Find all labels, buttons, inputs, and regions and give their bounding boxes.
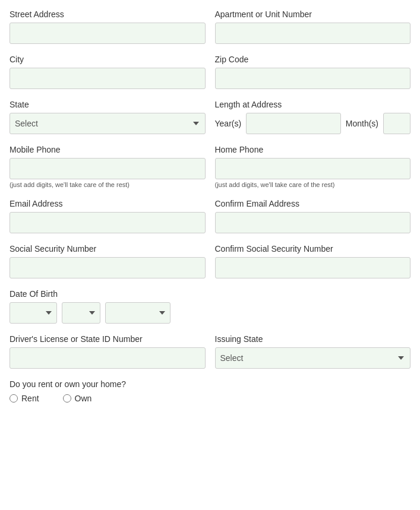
rent-radio[interactable] bbox=[10, 394, 18, 403]
rent-option[interactable]: Rent bbox=[10, 394, 39, 403]
own-radio[interactable] bbox=[63, 394, 71, 403]
months-input[interactable] bbox=[383, 113, 410, 134]
email-input[interactable] bbox=[10, 212, 206, 233]
dob-label: Date Of Birth bbox=[10, 289, 410, 299]
state-length-row: State Select Alabama Alaska Arizona Arka… bbox=[10, 100, 410, 134]
mobile-group: Mobile Phone (just add digits, we'll tak… bbox=[10, 145, 206, 188]
length-label: Length at Address bbox=[215, 100, 411, 109]
dl-input[interactable] bbox=[10, 347, 206, 369]
own-option[interactable]: Own bbox=[63, 394, 92, 403]
years-input[interactable] bbox=[246, 113, 341, 134]
email-label: Email Address bbox=[10, 199, 206, 208]
rent-own-section: Do you rent or own your home? Rent Own bbox=[10, 379, 410, 403]
mobile-input[interactable] bbox=[10, 158, 206, 179]
years-label: Year(s) bbox=[215, 119, 242, 128]
issuing-state-group: Issuing State Select AlabamaAlaskaArizon… bbox=[215, 334, 411, 369]
dob-inputs: 01020304 05060708 09101112 01020304 0506… bbox=[10, 302, 410, 324]
rent-own-label: Do you rent or own your home? bbox=[10, 379, 410, 389]
own-label: Own bbox=[75, 394, 92, 403]
confirm-email-label: Confirm Email Address bbox=[215, 199, 411, 208]
city-label: City bbox=[10, 55, 206, 64]
street-address-label: Street Address bbox=[10, 9, 206, 19]
length-group: Length at Address Year(s) Month(s) bbox=[215, 100, 411, 134]
dob-month-select[interactable]: 01020304 05060708 09101112 bbox=[10, 302, 57, 324]
dl-group: Driver's License or State ID Number bbox=[10, 334, 206, 369]
issuing-state-select[interactable]: Select AlabamaAlaskaArizona ArkansasCali… bbox=[215, 347, 411, 369]
issuing-state-label: Issuing State bbox=[215, 334, 411, 344]
mobile-hint: (just add digits, we'll take care of the… bbox=[10, 181, 206, 188]
home-phone-label: Home Phone bbox=[215, 145, 411, 154]
ssn-label: Social Security Number bbox=[10, 244, 206, 254]
ssn-row: Social Security Number Confirm Social Se… bbox=[10, 244, 410, 278]
ssn-input[interactable] bbox=[10, 257, 206, 278]
apartment-group: Apartment or Unit Number bbox=[215, 9, 411, 44]
ssn-group: Social Security Number bbox=[10, 244, 206, 278]
email-group: Email Address bbox=[10, 199, 206, 233]
dl-row: Driver's License or State ID Number Issu… bbox=[10, 334, 410, 369]
months-label: Month(s) bbox=[346, 119, 378, 128]
home-phone-input[interactable] bbox=[215, 158, 411, 179]
apartment-input[interactable] bbox=[215, 23, 411, 44]
street-address-input[interactable] bbox=[10, 23, 206, 44]
city-zip-row: City Zip Code bbox=[10, 55, 410, 89]
home-phone-group: Home Phone (just add digits, we'll take … bbox=[215, 145, 411, 188]
zip-label: Zip Code bbox=[215, 55, 411, 64]
zip-group: Zip Code bbox=[215, 55, 411, 89]
rent-label: Rent bbox=[21, 394, 39, 403]
rent-own-group: Rent Own bbox=[10, 394, 410, 403]
state-select[interactable]: Select Alabama Alaska Arizona Arkansas C… bbox=[10, 113, 206, 134]
confirm-email-group: Confirm Email Address bbox=[215, 199, 411, 233]
confirm-ssn-label: Confirm Social Security Number bbox=[215, 244, 411, 254]
state-group: State Select Alabama Alaska Arizona Arka… bbox=[10, 100, 206, 134]
email-row: Email Address Confirm Email Address bbox=[10, 199, 410, 233]
address-row: Street Address Apartment or Unit Number bbox=[10, 9, 410, 44]
zip-input[interactable] bbox=[215, 68, 411, 89]
confirm-email-input[interactable] bbox=[215, 212, 411, 233]
confirm-ssn-input[interactable] bbox=[215, 257, 411, 278]
home-hint: (just add digits, we'll take care of the… bbox=[215, 181, 411, 188]
dl-label: Driver's License or State ID Number bbox=[10, 334, 206, 344]
city-input[interactable] bbox=[10, 68, 206, 89]
apartment-label: Apartment or Unit Number bbox=[215, 9, 411, 19]
state-label: State bbox=[10, 100, 206, 109]
street-address-group: Street Address bbox=[10, 9, 206, 44]
phone-row: Mobile Phone (just add digits, we'll tak… bbox=[10, 145, 410, 188]
length-inputs: Year(s) Month(s) bbox=[215, 113, 411, 134]
dob-day-select[interactable]: 01020304 05060708 09101112 13141516 1718… bbox=[62, 302, 100, 324]
dob-section: Date Of Birth 01020304 05060708 09101112… bbox=[10, 289, 410, 324]
confirm-ssn-group: Confirm Social Security Number bbox=[215, 244, 411, 278]
city-group: City bbox=[10, 55, 206, 89]
dob-year-select[interactable]: 2005200420032002 2001200019991998 199719… bbox=[105, 302, 170, 324]
mobile-label: Mobile Phone bbox=[10, 145, 206, 154]
